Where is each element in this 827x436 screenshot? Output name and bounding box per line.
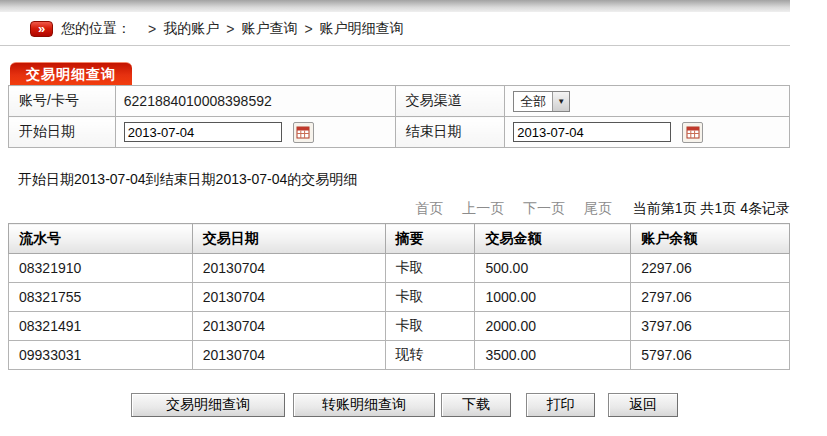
- pagination-first-link[interactable]: 首页: [415, 200, 443, 216]
- cell-serial-number: 08321910: [9, 254, 193, 283]
- start-date-label: 开始日期: [9, 117, 116, 148]
- download-button[interactable]: 下载: [441, 393, 511, 417]
- cell-transaction-amount: 2000.00: [475, 312, 631, 341]
- transfer-detail-query-button[interactable]: 转账明细查询: [293, 393, 435, 417]
- breadcrumb-prefix: 您的位置：: [61, 20, 131, 38]
- channel-label: 交易渠道: [395, 86, 505, 117]
- cell-transaction-amount: 3500.00: [475, 341, 631, 370]
- channel-select-value: 全部: [514, 92, 552, 111]
- channel-select[interactable]: 全部 ▼: [513, 91, 570, 112]
- cell-transaction-date: 20130704: [192, 254, 385, 283]
- header-serial-number: 流水号: [9, 224, 193, 254]
- header-transaction-amount: 交易金额: [475, 224, 631, 254]
- header-account-balance: 账户余额: [631, 224, 790, 254]
- table-row: 0832149120130704卡取2000.003797.06: [9, 312, 790, 341]
- breadcrumb-separator: >: [226, 21, 234, 37]
- end-date-input[interactable]: [513, 122, 671, 142]
- double-chevron-icon: »: [30, 21, 53, 37]
- breadcrumb-item-my-accounts[interactable]: 我的账户: [163, 20, 219, 38]
- pagination: 首页 上一页 下一页 尾页 当前第1页 共1页 4条记录: [8, 200, 790, 218]
- start-date-input[interactable]: [124, 122, 282, 142]
- pagination-last-link[interactable]: 尾页: [584, 200, 612, 216]
- transactions-tbody: 0832191020130704卡取500.002297.06083217552…: [9, 254, 790, 370]
- pagination-next-link[interactable]: 下一页: [523, 200, 565, 216]
- breadcrumb-separator: >: [304, 21, 312, 37]
- cell-account-balance: 2297.06: [631, 254, 790, 283]
- breadcrumb-item-account-query[interactable]: 账户查询: [241, 20, 297, 38]
- cell-serial-number: 08321755: [9, 283, 193, 312]
- cell-summary: 卡取: [385, 283, 475, 312]
- cell-summary: 现转: [385, 341, 475, 370]
- cell-account-balance: 3797.06: [631, 312, 790, 341]
- calendar-icon: [686, 125, 700, 139]
- query-form: 账号/卡号 6221884010008398592 交易渠道 全部 ▼ 开始日期: [8, 85, 790, 148]
- cell-summary: 卡取: [385, 312, 475, 341]
- action-buttons: 交易明细查询 转账明细查询 下载 打印 返回: [131, 393, 790, 417]
- transactions-table: 流水号 交易日期 摘要 交易金额 账户余额 0832191020130704卡取…: [8, 223, 790, 370]
- result-summary-text: 开始日期2013-07-04到结束日期2013-07-04的交易明细: [18, 171, 790, 189]
- header-summary: 摘要: [385, 224, 475, 254]
- start-date-calendar-button[interactable]: [293, 122, 314, 143]
- chevron-down-icon: ▼: [552, 92, 569, 111]
- calendar-icon: [296, 125, 310, 139]
- tab-transaction-detail-query[interactable]: 交易明细查询: [10, 62, 132, 85]
- cell-summary: 卡取: [385, 254, 475, 283]
- back-button[interactable]: 返回: [608, 393, 678, 417]
- account-detail-page: » 您的位置： > 我的账户 > 账户查询 > 账户明细查询 交易明细查询 账号…: [0, 0, 827, 436]
- account-number-label: 账号/卡号: [9, 86, 116, 117]
- pagination-prev-link[interactable]: 上一页: [462, 200, 504, 216]
- breadcrumb-separator: >: [148, 21, 156, 37]
- cell-transaction-date: 20130704: [192, 283, 385, 312]
- cell-serial-number: 09933031: [9, 341, 193, 370]
- cell-transaction-amount: 1000.00: [475, 283, 631, 312]
- cell-serial-number: 08321491: [9, 312, 193, 341]
- cell-transaction-date: 20130704: [192, 341, 385, 370]
- pagination-status: 当前第1页 共1页 4条记录: [633, 200, 790, 216]
- main-content: 交易明细查询 账号/卡号 6221884010008398592 交易渠道 全部…: [8, 46, 790, 417]
- cell-account-balance: 2797.06: [631, 283, 790, 312]
- table-row: 0832175520130704卡取1000.002797.06: [9, 283, 790, 312]
- end-date-calendar-button[interactable]: [682, 122, 703, 143]
- end-date-label: 结束日期: [395, 117, 505, 148]
- account-number-value: 6221884010008398592: [115, 86, 395, 117]
- cell-transaction-date: 20130704: [192, 312, 385, 341]
- print-button[interactable]: 打印: [526, 393, 595, 417]
- breadcrumb: » 您的位置： > 我的账户 > 账户查询 > 账户明细查询: [0, 12, 790, 46]
- cell-transaction-amount: 500.00: [475, 254, 631, 283]
- header-transaction-date: 交易日期: [192, 224, 385, 254]
- top-header-strip: [0, 0, 790, 12]
- transaction-detail-query-button[interactable]: 交易明细查询: [131, 393, 285, 417]
- breadcrumb-item-account-detail-query: 账户明细查询: [320, 20, 404, 38]
- cell-account-balance: 5797.06: [631, 341, 790, 370]
- table-header-row: 流水号 交易日期 摘要 交易金额 账户余额: [9, 224, 790, 254]
- table-row: 0832191020130704卡取500.002297.06: [9, 254, 790, 283]
- table-row: 0993303120130704现转3500.005797.06: [9, 341, 790, 370]
